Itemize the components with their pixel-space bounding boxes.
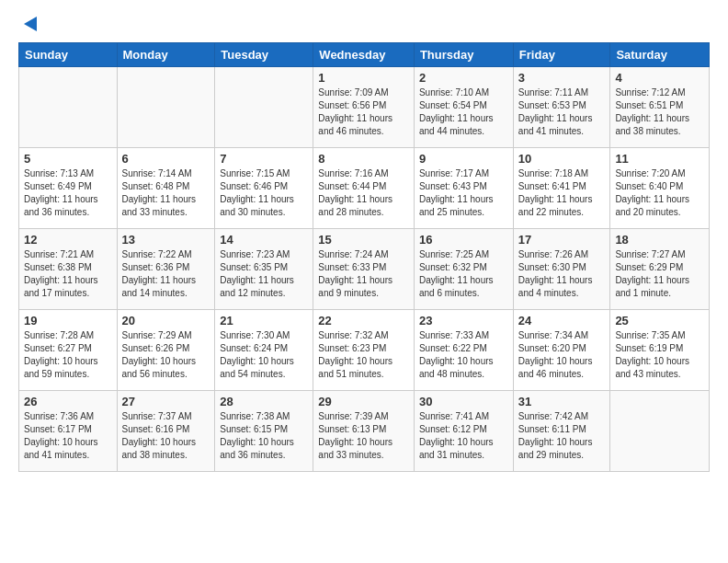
calendar-cell: 23Sunrise: 7:33 AM Sunset: 6:22 PM Dayli… (414, 310, 513, 391)
weekday-header-monday: Monday (117, 43, 215, 67)
day-number: 12 (24, 233, 112, 247)
weekday-header-tuesday: Tuesday (215, 43, 313, 67)
day-info: Sunrise: 7:09 AM Sunset: 6:56 PM Dayligh… (318, 86, 409, 138)
calendar-cell: 12Sunrise: 7:21 AM Sunset: 6:38 PM Dayli… (19, 229, 118, 310)
calendar-cell: 8Sunrise: 7:16 AM Sunset: 6:44 PM Daylig… (313, 148, 415, 229)
day-info: Sunrise: 7:42 AM Sunset: 6:11 PM Dayligh… (518, 410, 606, 462)
day-info: Sunrise: 7:18 AM Sunset: 6:41 PM Dayligh… (518, 167, 606, 219)
day-number: 14 (220, 233, 308, 247)
day-info: Sunrise: 7:32 AM Sunset: 6:23 PM Dayligh… (318, 329, 409, 381)
calendar-cell: 2Sunrise: 7:10 AM Sunset: 6:54 PM Daylig… (414, 67, 513, 148)
calendar-cell: 11Sunrise: 7:20 AM Sunset: 6:40 PM Dayli… (610, 148, 710, 229)
day-number: 9 (419, 152, 508, 166)
day-number: 4 (615, 71, 704, 85)
svg-marker-0 (24, 17, 37, 31)
day-info: Sunrise: 7:39 AM Sunset: 6:13 PM Dayligh… (318, 410, 409, 462)
day-info: Sunrise: 7:41 AM Sunset: 6:12 PM Dayligh… (419, 410, 508, 462)
calendar-cell: 5Sunrise: 7:13 AM Sunset: 6:49 PM Daylig… (19, 148, 118, 229)
calendar-cell: 3Sunrise: 7:11 AM Sunset: 6:53 PM Daylig… (513, 67, 610, 148)
day-info: Sunrise: 7:37 AM Sunset: 6:16 PM Dayligh… (122, 410, 210, 462)
calendar-cell: 10Sunrise: 7:18 AM Sunset: 6:41 PM Dayli… (513, 148, 610, 229)
weekday-header-thursday: Thursday (414, 43, 513, 67)
weekday-header-wednesday: Wednesday (313, 43, 415, 67)
week-row-1: 1Sunrise: 7:09 AM Sunset: 6:56 PM Daylig… (19, 67, 710, 148)
calendar-cell (215, 67, 313, 148)
calendar-cell: 15Sunrise: 7:24 AM Sunset: 6:33 PM Dayli… (313, 229, 415, 310)
day-number: 24 (518, 314, 606, 327)
header (18, 15, 710, 33)
calendar-cell: 6Sunrise: 7:14 AM Sunset: 6:48 PM Daylig… (117, 148, 215, 229)
calendar-cell: 4Sunrise: 7:12 AM Sunset: 6:51 PM Daylig… (610, 67, 710, 148)
weekday-header-row: SundayMondayTuesdayWednesdayThursdayFrid… (19, 43, 710, 67)
calendar-cell: 27Sunrise: 7:37 AM Sunset: 6:16 PM Dayli… (117, 391, 215, 472)
calendar-cell: 26Sunrise: 7:36 AM Sunset: 6:17 PM Dayli… (19, 391, 118, 472)
day-info: Sunrise: 7:17 AM Sunset: 6:43 PM Dayligh… (419, 167, 508, 219)
day-info: Sunrise: 7:20 AM Sunset: 6:40 PM Dayligh… (615, 167, 704, 219)
calendar-cell: 19Sunrise: 7:28 AM Sunset: 6:27 PM Dayli… (19, 310, 118, 391)
day-number: 23 (419, 314, 508, 327)
calendar-cell (19, 67, 118, 148)
weekday-header-sunday: Sunday (19, 43, 118, 67)
calendar-cell: 20Sunrise: 7:29 AM Sunset: 6:26 PM Dayli… (117, 310, 215, 391)
day-number: 7 (220, 152, 308, 166)
day-info: Sunrise: 7:16 AM Sunset: 6:44 PM Dayligh… (318, 167, 409, 219)
day-number: 16 (419, 233, 508, 247)
weekday-header-friday: Friday (513, 43, 610, 67)
calendar-cell: 31Sunrise: 7:42 AM Sunset: 6:11 PM Dayli… (513, 391, 610, 472)
calendar-cell: 29Sunrise: 7:39 AM Sunset: 6:13 PM Dayli… (313, 391, 415, 472)
day-info: Sunrise: 7:24 AM Sunset: 6:33 PM Dayligh… (318, 248, 409, 300)
logo-icon (20, 15, 40, 33)
logo (18, 15, 40, 33)
day-info: Sunrise: 7:27 AM Sunset: 6:29 PM Dayligh… (615, 248, 704, 300)
page: SundayMondayTuesdayWednesdayThursdayFrid… (0, 0, 728, 563)
calendar-cell: 28Sunrise: 7:38 AM Sunset: 6:15 PM Dayli… (215, 391, 313, 472)
day-number: 31 (518, 395, 606, 408)
calendar-cell: 22Sunrise: 7:32 AM Sunset: 6:23 PM Dayli… (313, 310, 415, 391)
week-row-5: 26Sunrise: 7:36 AM Sunset: 6:17 PM Dayli… (19, 391, 710, 472)
day-number: 8 (318, 152, 409, 166)
day-info: Sunrise: 7:35 AM Sunset: 6:19 PM Dayligh… (615, 329, 704, 381)
day-number: 21 (220, 314, 308, 327)
calendar-cell (610, 391, 710, 472)
calendar-cell: 13Sunrise: 7:22 AM Sunset: 6:36 PM Dayli… (117, 229, 215, 310)
day-number: 13 (122, 233, 210, 247)
calendar-cell (117, 67, 215, 148)
week-row-3: 12Sunrise: 7:21 AM Sunset: 6:38 PM Dayli… (19, 229, 710, 310)
day-info: Sunrise: 7:25 AM Sunset: 6:32 PM Dayligh… (419, 248, 508, 300)
day-info: Sunrise: 7:10 AM Sunset: 6:54 PM Dayligh… (419, 86, 508, 138)
calendar-cell: 1Sunrise: 7:09 AM Sunset: 6:56 PM Daylig… (313, 67, 415, 148)
day-number: 20 (122, 314, 210, 327)
day-info: Sunrise: 7:12 AM Sunset: 6:51 PM Dayligh… (615, 86, 704, 138)
day-info: Sunrise: 7:30 AM Sunset: 6:24 PM Dayligh… (220, 329, 308, 381)
day-number: 22 (318, 314, 409, 327)
day-info: Sunrise: 7:23 AM Sunset: 6:35 PM Dayligh… (220, 248, 308, 300)
week-row-2: 5Sunrise: 7:13 AM Sunset: 6:49 PM Daylig… (19, 148, 710, 229)
week-row-4: 19Sunrise: 7:28 AM Sunset: 6:27 PM Dayli… (19, 310, 710, 391)
day-info: Sunrise: 7:29 AM Sunset: 6:26 PM Dayligh… (122, 329, 210, 381)
calendar-cell: 14Sunrise: 7:23 AM Sunset: 6:35 PM Dayli… (215, 229, 313, 310)
calendar-table: SundayMondayTuesdayWednesdayThursdayFrid… (18, 42, 710, 472)
day-info: Sunrise: 7:14 AM Sunset: 6:48 PM Dayligh… (122, 167, 210, 219)
day-number: 29 (318, 395, 409, 408)
day-info: Sunrise: 7:28 AM Sunset: 6:27 PM Dayligh… (24, 329, 112, 381)
calendar-cell: 17Sunrise: 7:26 AM Sunset: 6:30 PM Dayli… (513, 229, 610, 310)
day-info: Sunrise: 7:22 AM Sunset: 6:36 PM Dayligh… (122, 248, 210, 300)
day-number: 28 (220, 395, 308, 408)
day-number: 26 (24, 395, 112, 408)
day-number: 3 (518, 71, 606, 85)
calendar-cell: 24Sunrise: 7:34 AM Sunset: 6:20 PM Dayli… (513, 310, 610, 391)
day-info: Sunrise: 7:13 AM Sunset: 6:49 PM Dayligh… (24, 167, 112, 219)
day-number: 30 (419, 395, 508, 408)
weekday-header-saturday: Saturday (610, 43, 710, 67)
day-info: Sunrise: 7:33 AM Sunset: 6:22 PM Dayligh… (419, 329, 508, 381)
calendar-cell: 9Sunrise: 7:17 AM Sunset: 6:43 PM Daylig… (414, 148, 513, 229)
day-info: Sunrise: 7:34 AM Sunset: 6:20 PM Dayligh… (518, 329, 606, 381)
calendar-cell: 18Sunrise: 7:27 AM Sunset: 6:29 PM Dayli… (610, 229, 710, 310)
calendar-cell: 7Sunrise: 7:15 AM Sunset: 6:46 PM Daylig… (215, 148, 313, 229)
day-info: Sunrise: 7:21 AM Sunset: 6:38 PM Dayligh… (24, 248, 112, 300)
day-number: 10 (518, 152, 606, 166)
day-number: 5 (24, 152, 112, 166)
day-number: 17 (518, 233, 606, 247)
day-number: 18 (615, 233, 704, 247)
day-info: Sunrise: 7:36 AM Sunset: 6:17 PM Dayligh… (24, 410, 112, 462)
